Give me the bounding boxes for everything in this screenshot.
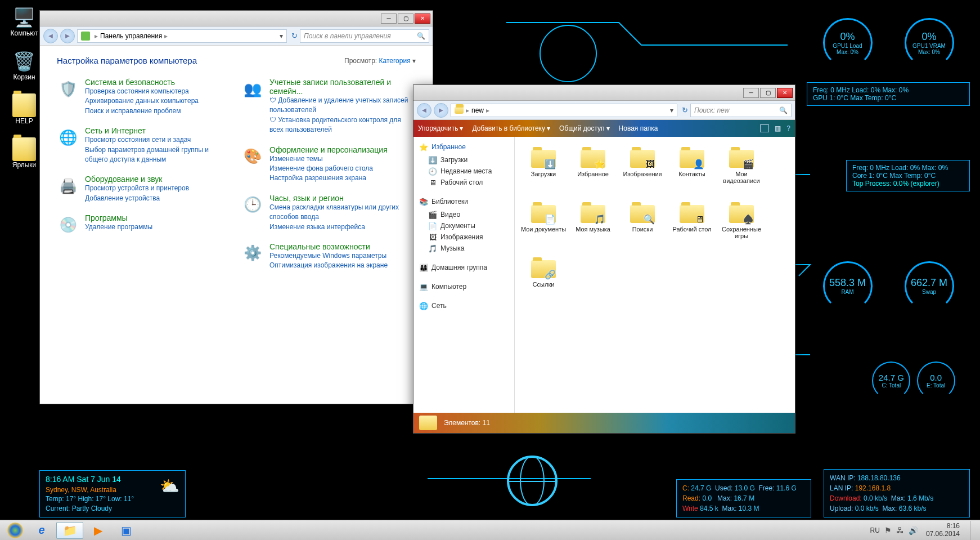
sidebar-network[interactable]: 🌐Сеть bbox=[416, 300, 512, 311]
folder-item[interactable]: ⭐Избранное bbox=[569, 144, 617, 198]
accessibility-icon: ⚙️ bbox=[241, 242, 264, 265]
download-icon: ⬇️ bbox=[545, 159, 556, 169]
recycle-icon: 🗑️ bbox=[12, 50, 36, 73]
programs-icon: 💿 bbox=[57, 213, 79, 236]
view-mode-button[interactable] bbox=[760, 124, 769, 132]
minimize-button[interactable]: ─ bbox=[381, 14, 397, 24]
sidebar-item-downloads[interactable]: ⬇️Загрузки bbox=[416, 154, 512, 166]
folder-item[interactable]: 🔗Ссылки bbox=[519, 254, 568, 308]
desktop-icon-label: HELP bbox=[15, 117, 33, 125]
sidebar-computer[interactable]: 💻Компьютер bbox=[416, 281, 512, 292]
video-icon: 🎬 bbox=[428, 210, 437, 219]
help-button[interactable]: ? bbox=[786, 124, 790, 132]
close-button[interactable]: ✕ bbox=[415, 14, 430, 24]
refresh-button[interactable]: ↻ bbox=[291, 32, 298, 40]
network-icon: 🌐 bbox=[419, 301, 428, 310]
share-menu[interactable]: Общий доступ ▾ bbox=[559, 124, 610, 132]
nav-forward-button[interactable]: ► bbox=[434, 103, 448, 118]
start-button[interactable] bbox=[3, 522, 27, 539]
recent-icon: 🕘 bbox=[428, 167, 437, 176]
nav-forward-button[interactable]: ► bbox=[60, 29, 75, 43]
taskbar: e 📁 ▶ ▣ RU ⚑ 🖧 🔊 8:1607.06.2014 bbox=[0, 520, 980, 540]
titlebar[interactable]: ─ ▢ ✕ bbox=[413, 85, 795, 101]
desktop-icon-computer[interactable]: 🖥️Компьют bbox=[5, 6, 44, 37]
taskbar-ie[interactable]: e bbox=[28, 522, 55, 539]
add-to-library-menu[interactable]: Добавить в библиотеку ▾ bbox=[472, 124, 550, 132]
preview-pane-button[interactable]: ▥ bbox=[775, 124, 781, 132]
status-bar: Элементов: 11 bbox=[413, 413, 795, 433]
breadcrumb-segment[interactable]: Панель управления bbox=[100, 32, 162, 40]
weather-widget: 8:16 AM Sat 7 Jun 14 Sydney, NSW, Austra… bbox=[39, 470, 186, 517]
taskbar-clock[interactable]: 8:1607.06.2014 bbox=[926, 523, 960, 537]
nav-back-button[interactable]: ◄ bbox=[43, 29, 58, 43]
category-hardware: 🖨️Оборудование и звукПросмотр устройств … bbox=[57, 175, 231, 203]
folder-item[interactable]: ♠️Сохраненные игры bbox=[717, 199, 766, 253]
taskbar-wmp[interactable]: ▶ bbox=[84, 522, 111, 539]
category-accessibility: ⚙️Специальные возможностиРекомендуемые W… bbox=[241, 242, 416, 271]
folder-icon bbox=[12, 93, 36, 117]
desktop-icon-recycle[interactable]: 🗑️Корзин bbox=[5, 50, 44, 81]
category-clock-region: 🕒Часы, язык и регионСмена раскладки клав… bbox=[241, 194, 416, 232]
breadcrumb[interactable]: ▸new▸ ▾ bbox=[451, 104, 677, 117]
view-selector[interactable]: Просмотр: Категория ▾ bbox=[344, 57, 416, 65]
desktop-icon-help[interactable]: HELP bbox=[5, 93, 44, 125]
file-view[interactable]: ⬇️Загрузки ⭐Избранное 🖼Изображения 👤Конт… bbox=[515, 137, 795, 413]
music-icon: 🎵 bbox=[594, 214, 605, 225]
nav-back-button[interactable]: ◄ bbox=[417, 103, 431, 118]
star-icon: ⭐ bbox=[594, 159, 605, 169]
tray-network-icon[interactable]: 🖧 bbox=[896, 526, 904, 535]
folder-item[interactable]: 👤Контакты bbox=[668, 144, 716, 198]
titlebar[interactable]: ─ ▢ ✕ bbox=[40, 11, 433, 26]
show-desktop-button[interactable] bbox=[970, 521, 977, 540]
sidebar-item-images[interactable]: 🖼Изображения bbox=[416, 231, 512, 243]
taskbar-app[interactable]: ▣ bbox=[113, 522, 140, 539]
folder-item[interactable]: 🎬Мои видеозаписи bbox=[717, 144, 766, 198]
sidebar-favorites[interactable]: ⭐Избранное bbox=[416, 141, 512, 153]
breadcrumb[interactable]: ▸ Панель управления ▸ ▾ bbox=[77, 29, 287, 43]
folder-item[interactable]: 🖼Изображения bbox=[618, 144, 667, 198]
search-input[interactable]: Поиск: new🔍 bbox=[690, 104, 792, 117]
folder-item[interactable]: 🖥Рабочий стол bbox=[668, 199, 716, 253]
tray-flag-icon[interactable]: ⚑ bbox=[884, 526, 892, 535]
cpu-info-widget: Freq: 0 MHz Load: 0% Max: 0%Core 1: 0°C … bbox=[846, 160, 970, 191]
organize-menu[interactable]: Упорядочить ▾ bbox=[418, 124, 463, 132]
folder-icon bbox=[12, 137, 36, 161]
folder-item[interactable]: 🎵Моя музыка bbox=[569, 199, 617, 253]
language-indicator[interactable]: RU bbox=[870, 526, 880, 534]
category-system-security: 🛡️Система и безопасностьПроверка состоян… bbox=[57, 78, 231, 116]
folder-icon bbox=[455, 107, 464, 114]
desktop-icon-shortcuts[interactable]: Ярлыки bbox=[5, 137, 44, 169]
explorer-window: ─ ▢ ✕ ◄ ► ▸new▸ ▾ ↻ Поиск: new🔍 Упорядоч… bbox=[413, 84, 795, 434]
new-folder-button[interactable]: Новая папка bbox=[619, 124, 658, 132]
folder-item[interactable]: 📄Мои документы bbox=[519, 199, 568, 253]
breadcrumb-segment[interactable]: new bbox=[471, 106, 484, 114]
sidebar-homegroup[interactable]: 👨‍👩‍👦Домашняя группа bbox=[416, 262, 512, 273]
document-icon: 📄 bbox=[545, 214, 556, 225]
sidebar-item-desktop[interactable]: 🖥Рабочий стол bbox=[416, 177, 512, 188]
folder-item[interactable]: ⬇️Загрузки bbox=[519, 144, 568, 198]
sidebar-item-recent[interactable]: 🕘Недавние места bbox=[416, 166, 512, 177]
search-icon: 🔍 bbox=[644, 214, 655, 225]
printer-icon: 🖨️ bbox=[57, 175, 79, 197]
folder-icon bbox=[419, 416, 437, 430]
sidebar-item-music[interactable]: 🎵Музыка bbox=[416, 243, 512, 254]
sidebar-item-video[interactable]: 🎬Видео bbox=[416, 209, 512, 220]
folder-item[interactable]: 🔍Поиски bbox=[618, 199, 667, 253]
address-bar: ◄ ► ▸new▸ ▾ ↻ Поиск: new🔍 bbox=[413, 101, 795, 120]
minimize-button[interactable]: ─ bbox=[743, 88, 759, 98]
maximize-button[interactable]: ▢ bbox=[760, 88, 776, 98]
desktop-icon: 🖥 bbox=[428, 178, 437, 187]
document-icon: 📄 bbox=[428, 221, 437, 230]
contact-icon: 👤 bbox=[693, 159, 704, 169]
sidebar-item-documents[interactable]: 📄Документы bbox=[416, 220, 512, 231]
close-button[interactable]: ✕ bbox=[777, 88, 793, 98]
image-icon: 🖼 bbox=[428, 233, 437, 242]
tray-volume-icon[interactable]: 🔊 bbox=[909, 526, 918, 535]
taskbar-explorer[interactable]: 📁 bbox=[56, 522, 83, 539]
sidebar-libraries[interactable]: 📚Библиотеки bbox=[416, 196, 512, 207]
maximize-button[interactable]: ▢ bbox=[398, 14, 413, 24]
star-icon: ⭐ bbox=[419, 142, 428, 151]
refresh-button[interactable]: ↻ bbox=[682, 106, 688, 114]
search-input[interactable]: Поиск в панели управления🔍 bbox=[300, 29, 429, 43]
users-icon: 👥 bbox=[241, 78, 264, 100]
